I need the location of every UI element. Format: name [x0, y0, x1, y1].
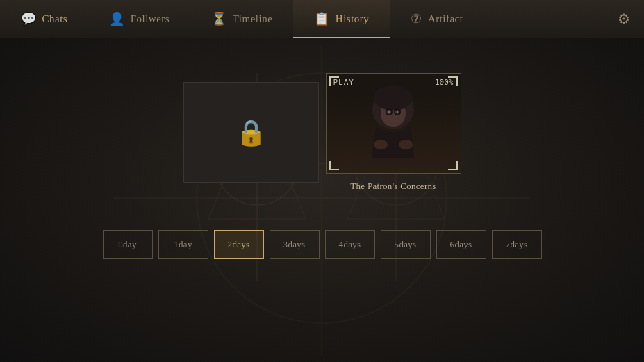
character-background	[327, 74, 461, 173]
locked-card[interactable]: 🔒	[183, 82, 319, 183]
nav-item-timeline[interactable]: ⏳ Timeline	[190, 0, 293, 38]
day-button-6[interactable]: 6days	[436, 230, 486, 259]
svg-point-21	[399, 140, 413, 149]
day-button-5[interactable]: 5days	[381, 230, 431, 259]
followers-icon: 👤	[109, 11, 125, 26]
lock-icon: 🔒	[236, 118, 267, 147]
artifact-label: Artifact	[428, 13, 463, 25]
day-button-1[interactable]: 1day	[158, 230, 208, 259]
locked-card-wrapper: 🔒	[183, 82, 319, 183]
chats-icon: 💬	[21, 11, 37, 26]
day-button-4[interactable]: 4days	[325, 230, 375, 259]
history-icon: 📋	[314, 11, 330, 26]
play-percent: 100%	[435, 78, 454, 87]
play-label: PLAY	[333, 78, 355, 87]
character-figure	[358, 85, 428, 162]
day-button-0[interactable]: 0day	[103, 230, 153, 259]
nav-item-artifact[interactable]: ⑦ Artifact	[390, 0, 484, 38]
main-content: 🔒	[0, 38, 644, 362]
timeline-label: Timeline	[233, 13, 273, 25]
day-selector: 0day 1day 2days 3days 4days 5days 6days …	[103, 230, 542, 259]
cards-container: 🔒	[183, 73, 461, 192]
day-button-2[interactable]: 2days	[214, 230, 264, 259]
nav-item-chats[interactable]: 💬 Chats	[0, 0, 88, 38]
play-card[interactable]: PLAY 100%	[326, 73, 461, 174]
svg-point-20	[374, 140, 388, 149]
settings-icon: ⚙	[618, 11, 630, 26]
history-label: History	[336, 13, 370, 25]
nav-item-followers[interactable]: 👤 Follwers	[88, 0, 190, 38]
play-card-wrapper: PLAY 100% The Patron's Concerns	[326, 73, 461, 192]
chats-label: Chats	[42, 13, 68, 25]
navbar: 💬 Chats 👤 Follwers ⏳ Timeline 📋 History …	[0, 0, 644, 38]
nav-item-history[interactable]: 📋 History	[293, 0, 390, 38]
corner-br	[448, 161, 458, 170]
nav-items: 💬 Chats 👤 Follwers ⏳ Timeline 📋 History …	[0, 0, 604, 38]
svg-point-13	[374, 85, 413, 110]
corner-bl	[329, 161, 339, 170]
card-caption: The Patron's Concerns	[350, 181, 436, 192]
followers-label: Follwers	[131, 13, 170, 25]
settings-button[interactable]: ⚙	[604, 10, 644, 27]
artifact-icon: ⑦	[411, 11, 422, 26]
day-button-3[interactable]: 3days	[270, 230, 320, 259]
timeline-icon: ⏳	[211, 11, 227, 26]
day-button-7[interactable]: 7days	[492, 230, 542, 259]
